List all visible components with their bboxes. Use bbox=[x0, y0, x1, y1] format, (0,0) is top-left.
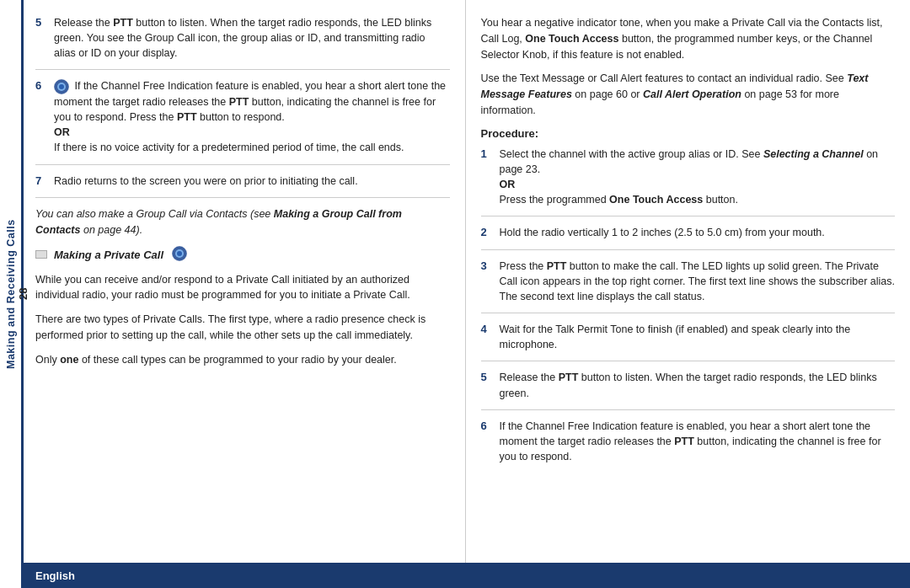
language-label: English bbox=[35, 569, 75, 582]
bottom-bar: English bbox=[24, 563, 910, 588]
step-7: 7 Radio returns to the screen you were o… bbox=[35, 174, 450, 199]
step-5-number: 5 bbox=[35, 15, 47, 61]
right-step-4-number: 4 bbox=[481, 322, 493, 352]
step-5: 5 Release the PTT button to listen. When… bbox=[35, 15, 450, 70]
main-content: 5 Release the PTT button to listen. When… bbox=[24, 0, 910, 588]
right-intro-para1: You hear a negative indicator tone, when… bbox=[481, 15, 896, 62]
private-call-heading: Making a Private Call bbox=[35, 246, 450, 264]
right-step-1-number: 1 bbox=[481, 147, 493, 208]
right-step-2-number: 2 bbox=[481, 225, 493, 241]
italic-note: You can also make a Group Call via Conta… bbox=[35, 206, 450, 237]
columns: 5 Release the PTT button to listen. When… bbox=[24, 0, 910, 563]
heading-icon-box bbox=[35, 250, 47, 259]
right-step-1: 1 Select the channel with the active gro… bbox=[481, 147, 896, 217]
step-6-number: 6 bbox=[35, 78, 47, 155]
right-step-5-number: 5 bbox=[481, 370, 493, 400]
private-call-para2: There are two types of Private Calls. Th… bbox=[35, 312, 450, 344]
step-6-content: If the Channel Free Indication feature i… bbox=[54, 78, 450, 155]
section-label: Making and Receiving Calls bbox=[5, 219, 17, 369]
right-step-5-content: Release the PTT button to listen. When t… bbox=[500, 370, 896, 400]
step-6: 6 If the Channel Free Indication feature… bbox=[35, 78, 450, 164]
right-column: You hear a negative indicator tone, when… bbox=[466, 0, 911, 563]
procedure-heading: Procedure: bbox=[481, 127, 896, 140]
right-step-3-number: 3 bbox=[481, 259, 493, 304]
right-step-6: 6 If the Channel Free Indication feature… bbox=[481, 419, 896, 473]
left-column: 5 Release the PTT button to listen. When… bbox=[24, 0, 466, 563]
private-call-title: Making a Private Call bbox=[54, 249, 163, 261]
right-step-6-number: 6 bbox=[481, 419, 493, 464]
step-7-number: 7 bbox=[35, 174, 47, 190]
right-step-6-content: If the Channel Free Indication feature i… bbox=[500, 419, 896, 464]
right-step-1-content: Select the channel with the active group… bbox=[500, 147, 896, 208]
private-call-para1: While you can receive and/or respond to … bbox=[35, 272, 450, 304]
step-7-content: Radio returns to the screen you were on … bbox=[54, 174, 450, 190]
svg-point-2 bbox=[59, 84, 64, 89]
side-tab: Making and Receiving Calls 28 bbox=[0, 0, 24, 588]
right-step-5: 5 Release the PTT button to listen. When… bbox=[481, 370, 896, 409]
page-number: 28 bbox=[17, 288, 29, 300]
private-call-icon bbox=[172, 246, 187, 264]
right-step-2-content: Hold the radio vertically 1 to 2 inches … bbox=[500, 225, 896, 241]
private-call-para3: Only one of these call types can be prog… bbox=[35, 352, 450, 368]
step-5-content: Release the PTT button to listen. When t… bbox=[54, 15, 450, 61]
right-step-4: 4 Wait for the Talk Permit Tone to finis… bbox=[481, 322, 896, 361]
right-step-4-content: Wait for the Talk Permit Tone to finish … bbox=[500, 322, 896, 352]
right-step-2: 2 Hold the radio vertically 1 to 2 inche… bbox=[481, 225, 896, 250]
svg-point-5 bbox=[177, 251, 182, 256]
step-6-icon bbox=[54, 79, 69, 94]
right-step-3-content: Press the PTT button to make the call. T… bbox=[500, 259, 896, 304]
right-intro-para2: Use the Text Message or Call Alert featu… bbox=[481, 71, 896, 118]
right-step-3: 3 Press the PTT button to make the call.… bbox=[481, 259, 896, 313]
